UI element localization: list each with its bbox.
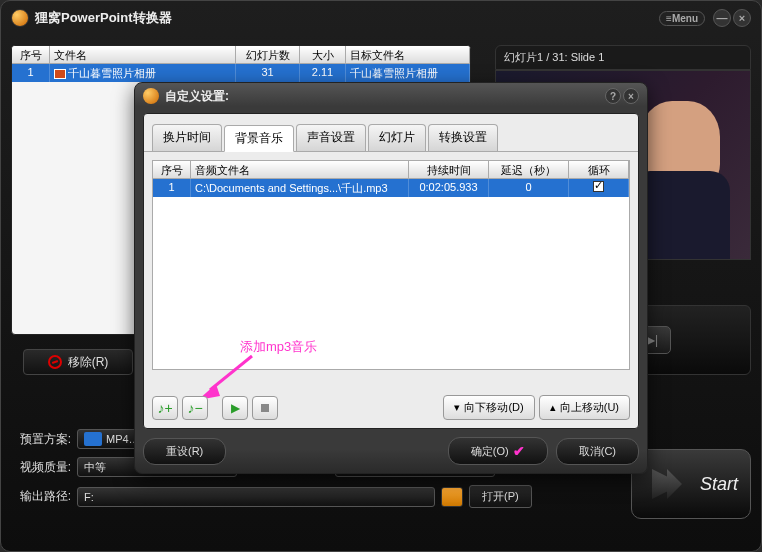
check-icon: ✔ bbox=[513, 443, 525, 459]
svg-line-0 bbox=[210, 356, 252, 390]
move-down-button[interactable]: ▾向下移动(D) bbox=[443, 395, 534, 420]
audio-row[interactable]: 1 C:\Documents and Settings...\千山.mp3 0:… bbox=[153, 179, 629, 197]
cell-target: 千山暮雪照片相册 bbox=[346, 64, 470, 82]
menu-button[interactable]: ≡Menu bbox=[659, 11, 705, 26]
file-list-header: 序号 文件名 幻灯片数 大小 目标文件名 bbox=[12, 46, 470, 64]
music-note-minus-icon: ♪− bbox=[187, 400, 202, 416]
mp4-icon bbox=[84, 432, 102, 446]
acell-loop bbox=[569, 179, 629, 197]
dialog-title: 自定义设置: bbox=[165, 88, 229, 105]
tab-sound[interactable]: 声音设置 bbox=[296, 124, 366, 151]
acol-loop[interactable]: 循环 bbox=[569, 161, 629, 178]
cell-name: 千山暮雪照片相册 bbox=[50, 64, 236, 82]
acol-duration[interactable]: 持续时间 bbox=[409, 161, 489, 178]
output-path-label: 输出路径: bbox=[11, 488, 71, 505]
cell-size: 2.11 bbox=[300, 64, 346, 82]
stop-audio-button[interactable] bbox=[252, 396, 278, 420]
acol-file[interactable]: 音频文件名 bbox=[191, 161, 409, 178]
play-audio-button[interactable]: ▶ bbox=[222, 396, 248, 420]
dialog-body: 换片时间 背景音乐 声音设置 幻灯片 转换设置 序号 音频文件名 持续时间 延迟… bbox=[143, 113, 639, 429]
cancel-button[interactable]: 取消(C) bbox=[556, 438, 639, 465]
dialog-toolbar: ♪+ ♪− ▶ ▾向下移动(D) ▴向上移动(U) bbox=[152, 395, 630, 420]
dialog-titlebar: 自定义设置: ? × bbox=[135, 83, 647, 109]
app-title: 狸窝PowerPoint转换器 bbox=[35, 9, 172, 27]
preset-label: 预置方案: bbox=[11, 431, 71, 448]
dialog-footer: 重设(R) 确定(O)✔ 取消(C) bbox=[143, 437, 639, 465]
remove-label: 移除(R) bbox=[68, 354, 109, 371]
output-path-input[interactable]: F: bbox=[77, 487, 435, 507]
dialog-logo-icon bbox=[143, 88, 159, 104]
tab-strip: 换片时间 背景音乐 声音设置 幻灯片 转换设置 bbox=[144, 114, 638, 152]
col-target[interactable]: 目标文件名 bbox=[346, 46, 470, 63]
tab-bg-music[interactable]: 背景音乐 bbox=[224, 125, 294, 152]
video-quality-label: 视频质量: bbox=[11, 459, 71, 476]
arrow-down-icon: ▾ bbox=[454, 401, 460, 414]
tab-slides[interactable]: 幻灯片 bbox=[368, 124, 426, 151]
acell-file: C:\Documents and Settings...\千山.mp3 bbox=[191, 179, 409, 197]
col-name[interactable]: 文件名 bbox=[50, 46, 236, 63]
dialog-close-button[interactable]: × bbox=[623, 88, 639, 104]
music-note-plus-icon: ♪+ bbox=[157, 400, 172, 416]
preview-title: 幻灯片1 / 31: Slide 1 bbox=[495, 45, 751, 70]
dialog-help-button[interactable]: ? bbox=[605, 88, 621, 104]
move-up-button[interactable]: ▴向上移动(U) bbox=[539, 395, 630, 420]
close-button[interactable]: × bbox=[733, 9, 751, 27]
file-row[interactable]: 1 千山暮雪照片相册 31 2.11 千山暮雪照片相册 bbox=[12, 64, 470, 82]
audio-file-table: 序号 音频文件名 持续时间 延迟（秒） 循环 1 C:\Documents an… bbox=[152, 160, 630, 370]
custom-settings-dialog: 自定义设置: ? × 换片时间 背景音乐 声音设置 幻灯片 转换设置 序号 音频… bbox=[134, 82, 648, 474]
acell-duration: 0:02:05.933 bbox=[409, 179, 489, 197]
reset-button[interactable]: 重设(R) bbox=[143, 438, 226, 465]
minimize-button[interactable]: — bbox=[713, 9, 731, 27]
main-titlebar: 狸窝PowerPoint转换器 ≡Menu — × bbox=[1, 1, 761, 35]
acell-num: 1 bbox=[153, 179, 191, 197]
forbidden-icon bbox=[48, 355, 62, 369]
ppt-icon bbox=[54, 69, 66, 79]
audio-table-header: 序号 音频文件名 持续时间 延迟（秒） 循环 bbox=[153, 161, 629, 179]
open-button[interactable]: 打开(P) bbox=[469, 485, 532, 508]
col-num[interactable]: 序号 bbox=[12, 46, 50, 63]
app-logo-icon bbox=[11, 9, 29, 27]
remove-button[interactable]: 移除(R) bbox=[23, 349, 133, 375]
col-size[interactable]: 大小 bbox=[300, 46, 346, 63]
loop-checkbox[interactable] bbox=[593, 181, 604, 192]
arrow-up-icon: ▴ bbox=[550, 401, 556, 414]
tab-timing[interactable]: 换片时间 bbox=[152, 124, 222, 151]
ok-button[interactable]: 确定(O)✔ bbox=[448, 437, 548, 465]
remove-audio-button[interactable]: ♪− bbox=[182, 396, 208, 420]
acol-delay[interactable]: 延迟（秒） bbox=[489, 161, 569, 178]
start-button[interactable]: Start bbox=[631, 449, 751, 519]
acol-num[interactable]: 序号 bbox=[153, 161, 191, 178]
tab-convert[interactable]: 转换设置 bbox=[428, 124, 498, 151]
stop-icon bbox=[261, 404, 269, 412]
add-audio-button[interactable]: ♪+ bbox=[152, 396, 178, 420]
browse-folder-button[interactable] bbox=[441, 487, 463, 507]
cell-num: 1 bbox=[12, 64, 50, 82]
acell-delay: 0 bbox=[489, 179, 569, 197]
col-slides[interactable]: 幻灯片数 bbox=[236, 46, 300, 63]
cell-slides: 31 bbox=[236, 64, 300, 82]
play-icon: ▶ bbox=[231, 401, 240, 415]
